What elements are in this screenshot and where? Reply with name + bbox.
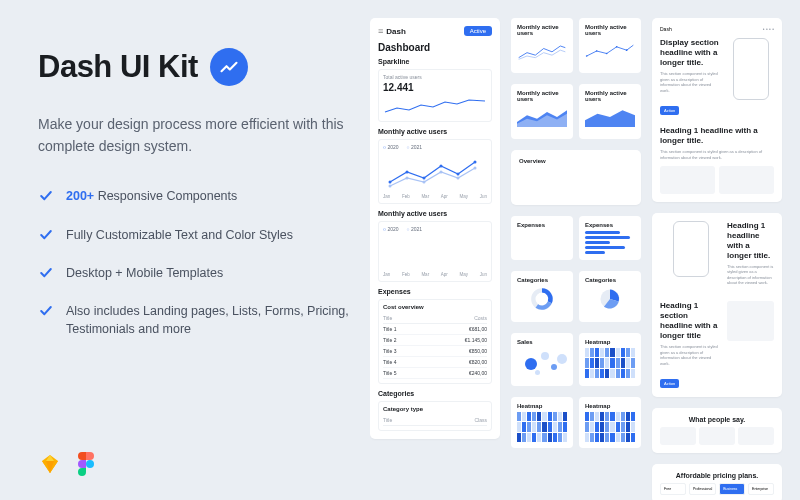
table-row: Title 2€1.145,00 xyxy=(383,335,487,346)
bar-chart xyxy=(383,236,487,270)
svg-point-10 xyxy=(440,171,443,174)
mini-heatmap: Heatmap xyxy=(579,333,641,386)
landing-nav: Dash xyxy=(660,26,672,32)
trend-icon xyxy=(219,57,239,77)
feature-item: Desktop + Mobile Templates xyxy=(38,264,356,282)
preview-gallery: Dash Active Dashboard Sparkline Total ac… xyxy=(370,0,800,500)
svg-point-4 xyxy=(440,165,443,168)
line-chart xyxy=(383,154,487,192)
product-title: Dash UI Kit xyxy=(38,49,198,85)
logo-badge xyxy=(210,48,248,86)
svg-point-3 xyxy=(423,177,426,180)
total-label: Total active users xyxy=(383,74,487,80)
table-row: Title 4€820,00 xyxy=(383,357,487,368)
feature-item: 200+ Responsive Components xyxy=(38,187,356,205)
svg-point-11 xyxy=(457,177,460,180)
figma-icon xyxy=(78,452,94,476)
svg-point-6 xyxy=(474,161,477,164)
phone-mockup xyxy=(733,38,769,100)
legend-2020: 2020 xyxy=(383,144,399,150)
svg-point-13 xyxy=(586,55,588,57)
hero-subtitle: Make your design process more efficient … xyxy=(38,114,356,157)
check-icon xyxy=(38,227,54,243)
svg-point-12 xyxy=(474,167,477,170)
mini-expenses-2: Expenses xyxy=(579,216,641,260)
active-button[interactable]: Active xyxy=(464,26,492,36)
landing-headline-1: Display section headline with a longer t… xyxy=(660,38,721,68)
landing-cta[interactable]: Action xyxy=(660,106,679,115)
table-row: Title 1€681,00 xyxy=(383,324,487,335)
feature-list: 200+ Responsive Components Fully Customi… xyxy=(38,187,356,338)
svg-point-14 xyxy=(596,50,598,52)
mini-line-2: Monthly active users xyxy=(579,18,641,73)
mini-heatmap-3: Heatmap xyxy=(579,397,641,448)
svg-point-9 xyxy=(423,181,426,184)
legend-2021: 2021 xyxy=(407,144,423,150)
landing-headline-4: Heading 1 section headline with a longer… xyxy=(660,301,721,341)
svg-point-17 xyxy=(626,49,628,51)
feature-text: Fully Customizable Text and Color Styles xyxy=(66,226,293,244)
mini-expenses-1: Expenses xyxy=(511,216,573,260)
testimonials-title: What people say. xyxy=(660,416,774,423)
mini-bubble: Sales xyxy=(511,333,573,386)
mau-title-1: Monthly active users xyxy=(378,128,492,135)
landing-preview-1: Dash• • • • Display section headline wit… xyxy=(652,18,782,202)
mini-heatmap-2: Heatmap xyxy=(511,397,573,448)
cost-overview-label: Cost overview xyxy=(383,304,487,310)
svg-point-16 xyxy=(616,46,618,48)
feature-item: Also includes Landing pages, Lists, Form… xyxy=(38,302,356,338)
sparkline-title: Sparkline xyxy=(378,58,492,65)
cat-type-label: Category type xyxy=(383,406,487,412)
mini-line-1: Monthly active users xyxy=(511,18,573,73)
expenses-table: TitleCosts Title 1€681,00 Title 2€1.145,… xyxy=(383,313,487,379)
sparkline-chart xyxy=(383,97,487,117)
landing-preview-2: Heading 1 headline with a longer title.T… xyxy=(652,213,782,398)
mini-area-1: Monthly active users xyxy=(511,84,573,139)
phone-mockup xyxy=(673,221,709,277)
check-icon xyxy=(38,265,54,281)
testimonials-preview: What people say. xyxy=(652,408,782,453)
dashboard-preview: Dash Active Dashboard Sparkline Total ac… xyxy=(370,18,500,439)
pricing-preview: Affordable pricing plans. FreeProfession… xyxy=(652,464,782,500)
sketch-icon xyxy=(38,452,62,476)
svg-point-0 xyxy=(86,460,94,468)
overview-bars: Overview xyxy=(511,150,641,205)
check-icon xyxy=(38,188,54,204)
total-value: 12.441 xyxy=(383,82,487,93)
mini-area-2: Monthly active users xyxy=(579,84,641,139)
table-row: Title 3€850,00 xyxy=(383,346,487,357)
svg-point-1 xyxy=(389,181,392,184)
tool-icons xyxy=(38,452,356,476)
feature-text: Desktop + Mobile Templates xyxy=(66,264,223,282)
dashboard-title: Dashboard xyxy=(378,42,492,53)
check-icon xyxy=(38,303,54,319)
categories-title: Categories xyxy=(378,390,492,397)
svg-point-8 xyxy=(406,177,409,180)
feature-item: Fully Customizable Text and Color Styles xyxy=(38,226,356,244)
landing-headline-3: Heading 1 headline with a longer title. xyxy=(727,221,774,261)
svg-point-5 xyxy=(457,173,460,176)
mau-title-2: Monthly active users xyxy=(378,210,492,217)
landing-cta[interactable]: Action xyxy=(660,379,679,388)
feature-text: Also includes Landing pages, Lists, Form… xyxy=(66,302,356,338)
mini-cat-donut: Categories xyxy=(511,271,573,322)
brand-label: Dash xyxy=(378,26,406,36)
hero-panel: Dash UI Kit Make your design process mor… xyxy=(0,0,370,500)
landing-headline-2: Heading 1 headline with a longer title. xyxy=(660,126,774,146)
table-row: Title 5€240,00 xyxy=(383,368,487,379)
expenses-title: Expenses xyxy=(378,288,492,295)
svg-point-15 xyxy=(606,53,608,55)
svg-point-2 xyxy=(406,171,409,174)
feature-text: 200+ Responsive Components xyxy=(66,187,237,205)
pricing-title: Affordable pricing plans. xyxy=(660,472,774,479)
mini-cat-pie: Categories xyxy=(579,271,641,322)
svg-point-7 xyxy=(389,185,392,188)
